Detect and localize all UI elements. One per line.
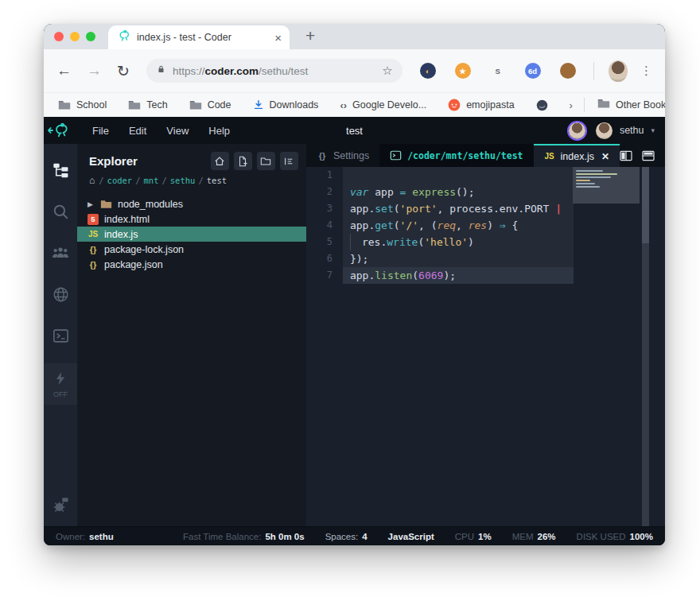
folder-icon (597, 99, 610, 111)
editor-tab-settings[interactable]: {}Settings (306, 144, 379, 167)
bug-report-icon[interactable] (44, 490, 77, 520)
editor-layout-actions (620, 144, 665, 167)
code-line: 5res.write('hello') (306, 234, 665, 250)
browser-tab-title: index.js - test - Coder (137, 32, 268, 43)
breadcrumb-segment[interactable]: mnt (144, 176, 159, 185)
extension-star-icon[interactable]: ★ (455, 63, 471, 79)
editor-scrollbar[interactable] (642, 167, 649, 526)
file-tree-item[interactable]: {}package.json (77, 257, 306, 272)
chevron-down-icon[interactable]: ▾ (651, 126, 655, 134)
user-avatar[interactable] (596, 122, 612, 139)
bookmark-item[interactable]: emojipasta (448, 99, 514, 111)
url-bar[interactable]: https://coder.com/sethu/test ☆ (146, 59, 402, 83)
reload-icon[interactable]: ↻ (117, 62, 130, 80)
breadcrumb-segment[interactable]: coder (107, 176, 133, 185)
status-bar: Owner:sethuFast Time Balance:5h 0m 0sSpa… (44, 526, 665, 545)
bookmarks-overflow-icon[interactable]: › (570, 99, 573, 111)
bookmark-item[interactable] (536, 99, 548, 111)
toolbar-divider (593, 62, 594, 79)
menu-help[interactable]: Help (208, 125, 230, 137)
editor-pane: {}Settings/coder/mnt/sethu/testJSindex.j… (306, 144, 665, 526)
browser-menu-icon[interactable]: ⋮ (640, 64, 652, 78)
code-editor[interactable]: 12var app = express();3app.set('port', p… (306, 167, 665, 526)
collaborator-avatar[interactable] (569, 122, 585, 139)
bookmark-items: SchoolTechCodeDownloads‹›Google Develo..… (58, 99, 570, 111)
json-file-icon: {} (88, 260, 99, 269)
zoom-window-button[interactable] (86, 32, 95, 41)
bookmark-item[interactable]: ‹›Google Develo... (340, 99, 426, 111)
globe-icon[interactable] (44, 279, 77, 309)
bookmark-item[interactable]: School (58, 99, 107, 111)
status-item-mem: MEM26% (512, 532, 556, 541)
line-number: 3 (306, 200, 343, 217)
breadcrumb-segment[interactable]: sethu (170, 176, 196, 185)
bookmarks-divider (584, 98, 585, 112)
user-area: sethu ▾ (569, 122, 665, 139)
back-icon[interactable]: ← (56, 62, 72, 79)
status-item-spaces: Spaces:4 (325, 532, 368, 541)
line-number: 2 (306, 184, 343, 200)
new-file-button[interactable] (234, 152, 252, 170)
editor-tab-terminal[interactable]: /coder/mnt/sethu/test (379, 144, 533, 167)
site-icon (536, 99, 548, 111)
chevron-right-icon[interactable]: ▶ (88, 200, 95, 208)
line-number: 6 (306, 250, 343, 267)
file-tree-item[interactable]: JSindex.js (77, 227, 306, 242)
extension-translate-icon[interactable]: 6d (525, 63, 541, 79)
close-icon[interactable]: ✕ (601, 151, 609, 162)
split-vertical-icon[interactable] (620, 150, 632, 161)
folder-file-icon (100, 200, 112, 209)
search-icon[interactable] (44, 196, 77, 227)
menu-file[interactable]: File (92, 125, 109, 137)
new-tab-button[interactable]: + (290, 26, 315, 49)
bookmark-star-icon[interactable]: ☆ (382, 64, 392, 78)
outline-button[interactable] (280, 152, 298, 170)
status-item-javascript: JavaScript (388, 532, 434, 541)
bookmark-item[interactable]: Tech (128, 99, 167, 111)
line-number: 4 (306, 217, 343, 234)
terminal-icon[interactable] (44, 320, 77, 351)
close-tab-icon[interactable]: × (274, 32, 282, 44)
browser-window: index.js - test - Coder × + ← → ↻ https:… (44, 24, 665, 545)
extension-wave-icon[interactable]: S (490, 63, 506, 79)
html-file-icon: 5 (88, 214, 99, 225)
editor-tab-index.js[interactable]: JSindex.js✕ (534, 144, 620, 167)
extensions-row: ◐★S6d (420, 63, 576, 79)
menu-edit[interactable]: Edit (129, 125, 146, 137)
browser-tab[interactable]: index.js - test - Coder × (108, 25, 290, 49)
forward-icon[interactable]: → (87, 62, 102, 79)
status-item-disk-used: DISK USED100% (577, 532, 653, 541)
minimap[interactable] (573, 167, 640, 204)
collaborators-icon[interactable] (44, 238, 77, 268)
status-item-cpu: CPU1% (455, 532, 492, 541)
bookmarks-bar: SchoolTechCodeDownloads‹›Google Develo..… (44, 92, 665, 117)
files-tree-icon[interactable] (44, 155, 77, 185)
menu-view[interactable]: View (166, 125, 189, 137)
url-text: https://coder.com/sethu/test (173, 65, 308, 77)
code-line: 6}); (306, 250, 665, 267)
extension-poop-icon[interactable] (560, 63, 576, 79)
file-tree-item[interactable]: ▶node_modules (77, 196, 306, 211)
editor-tab-bar: {}Settings/coder/mnt/sethu/testJSindex.j… (306, 144, 665, 167)
close-window-button[interactable] (54, 32, 64, 41)
minimize-window-button[interactable] (70, 32, 80, 41)
new-folder-button[interactable] (257, 152, 275, 170)
explorer-header: Explorer (77, 144, 306, 173)
coder-top-bar: FileEditViewHelp test sethu ▾ (44, 117, 665, 144)
browser-profile-avatar[interactable] (609, 60, 628, 82)
home-button[interactable] (211, 152, 229, 170)
scrollbar-thumb[interactable] (642, 167, 649, 243)
bookmark-item[interactable]: Downloads (253, 99, 319, 111)
bookmark-item[interactable]: Code (189, 99, 231, 111)
extension-moon-icon[interactable]: ◐ (420, 63, 436, 79)
folder-icon (189, 100, 202, 111)
power-off-toggle[interactable]: OFF (44, 363, 77, 405)
split-horizontal-icon[interactable] (642, 150, 655, 161)
other-bookmarks-button[interactable]: Other Bookmarks (597, 99, 665, 111)
file-tree-item[interactable]: {}package-lock.json (77, 242, 306, 257)
breadcrumb[interactable]: ⌂/coder/mnt/sethu/test (77, 173, 306, 186)
file-tree-item[interactable]: 5index.html (77, 211, 306, 227)
bookmarks-right: › Other Bookmarks (570, 98, 665, 112)
username[interactable]: sethu (620, 125, 644, 136)
reddit-icon (448, 99, 461, 111)
